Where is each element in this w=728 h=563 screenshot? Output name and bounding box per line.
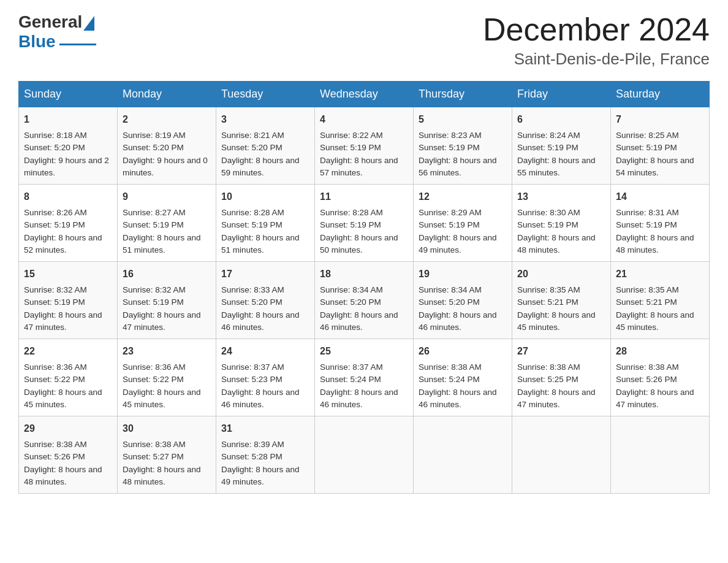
sunset-text: Sunset: 5:23 PM bbox=[221, 373, 309, 386]
daylight-text: Daylight: 8 hours and 48 minutes. bbox=[616, 232, 704, 257]
day-number: 28 bbox=[616, 344, 704, 359]
day-number: 8 bbox=[24, 190, 112, 204]
daylight-text: Daylight: 8 hours and 49 minutes. bbox=[419, 232, 507, 257]
table-row: 3Sunrise: 8:21 AMSunset: 5:20 PMDaylight… bbox=[216, 107, 315, 185]
day-number: 18 bbox=[320, 267, 408, 282]
daylight-text: Daylight: 8 hours and 45 minutes. bbox=[24, 386, 112, 412]
daylight-text: Daylight: 8 hours and 56 minutes. bbox=[419, 155, 507, 180]
sunset-text: Sunset: 5:21 PM bbox=[517, 296, 605, 308]
daylight-text: Daylight: 9 hours and 0 minutes. bbox=[123, 155, 211, 180]
sunrise-text: Sunrise: 8:39 AM bbox=[221, 439, 309, 451]
day-number: 29 bbox=[24, 421, 112, 436]
table-row bbox=[611, 416, 710, 494]
sunset-text: Sunset: 5:19 PM bbox=[320, 142, 408, 154]
col-monday: Monday bbox=[118, 82, 216, 107]
table-row: 6Sunrise: 8:24 AMSunset: 5:19 PMDaylight… bbox=[512, 107, 611, 185]
sunrise-text: Sunrise: 8:28 AM bbox=[320, 207, 408, 219]
day-number: 30 bbox=[123, 421, 211, 436]
col-wednesday: Wednesday bbox=[315, 82, 414, 107]
day-number: 23 bbox=[123, 344, 211, 359]
logo-general-text: General bbox=[18, 12, 82, 32]
table-row: 8Sunrise: 8:26 AMSunset: 5:19 PMDaylight… bbox=[19, 185, 118, 262]
sunrise-text: Sunrise: 8:19 AM bbox=[123, 129, 211, 142]
day-number: 1 bbox=[24, 112, 112, 127]
table-row bbox=[315, 416, 414, 494]
month-title: December 2024 bbox=[483, 12, 710, 47]
day-number: 9 bbox=[123, 190, 211, 204]
table-row: 1Sunrise: 8:18 AMSunset: 5:20 PMDaylight… bbox=[19, 107, 118, 185]
sunrise-text: Sunrise: 8:24 AM bbox=[517, 129, 605, 142]
sunrise-text: Sunrise: 8:38 AM bbox=[419, 361, 507, 373]
sunset-text: Sunset: 5:20 PM bbox=[221, 142, 309, 154]
sunset-text: Sunset: 5:20 PM bbox=[320, 296, 408, 308]
sunset-text: Sunset: 5:19 PM bbox=[123, 219, 211, 231]
sunset-text: Sunset: 5:19 PM bbox=[517, 219, 605, 231]
table-row: 28Sunrise: 8:38 AMSunset: 5:26 PMDayligh… bbox=[611, 339, 710, 416]
day-number: 11 bbox=[320, 190, 408, 204]
table-row: 20Sunrise: 8:35 AMSunset: 5:21 PMDayligh… bbox=[512, 262, 611, 339]
table-row: 10Sunrise: 8:28 AMSunset: 5:19 PMDayligh… bbox=[216, 185, 315, 262]
sunrise-text: Sunrise: 8:37 AM bbox=[320, 361, 408, 373]
daylight-text: Daylight: 8 hours and 59 minutes. bbox=[221, 155, 309, 180]
sunset-text: Sunset: 5:19 PM bbox=[419, 142, 507, 154]
day-number: 17 bbox=[221, 267, 309, 282]
sunrise-text: Sunrise: 8:26 AM bbox=[24, 207, 112, 219]
sunrise-text: Sunrise: 8:34 AM bbox=[419, 284, 507, 296]
sunset-text: Sunset: 5:19 PM bbox=[616, 142, 704, 154]
logo-blue-text: Blue bbox=[18, 32, 56, 51]
sunrise-text: Sunrise: 8:33 AM bbox=[221, 284, 309, 296]
sunrise-text: Sunrise: 8:35 AM bbox=[517, 284, 605, 296]
sunrise-text: Sunrise: 8:31 AM bbox=[616, 207, 704, 219]
day-number: 27 bbox=[517, 344, 605, 359]
table-row: 22Sunrise: 8:36 AMSunset: 5:22 PMDayligh… bbox=[19, 339, 118, 416]
title-area: December 2024 Saint-Denis-de-Pile, Franc… bbox=[483, 12, 710, 69]
day-number: 22 bbox=[24, 344, 112, 359]
table-row: 21Sunrise: 8:35 AMSunset: 5:21 PMDayligh… bbox=[611, 262, 710, 339]
sunrise-text: Sunrise: 8:32 AM bbox=[24, 284, 112, 296]
sunrise-text: Sunrise: 8:36 AM bbox=[123, 361, 211, 373]
sunset-text: Sunset: 5:27 PM bbox=[123, 451, 211, 463]
sunrise-text: Sunrise: 8:38 AM bbox=[123, 439, 211, 451]
table-row: 24Sunrise: 8:37 AMSunset: 5:23 PMDayligh… bbox=[216, 339, 315, 416]
daylight-text: Daylight: 8 hours and 45 minutes. bbox=[123, 386, 211, 412]
col-thursday: Thursday bbox=[414, 82, 512, 107]
table-row: 12Sunrise: 8:29 AMSunset: 5:19 PMDayligh… bbox=[414, 185, 512, 262]
table-row: 31Sunrise: 8:39 AMSunset: 5:28 PMDayligh… bbox=[216, 416, 315, 494]
page-header: General Blue December 2024 Saint-Denis-d… bbox=[18, 12, 710, 69]
sunset-text: Sunset: 5:20 PM bbox=[221, 296, 309, 308]
day-number: 7 bbox=[616, 112, 704, 127]
daylight-text: Daylight: 8 hours and 55 minutes. bbox=[517, 155, 605, 180]
calendar-week-row: 8Sunrise: 8:26 AMSunset: 5:19 PMDaylight… bbox=[19, 185, 710, 262]
sunset-text: Sunset: 5:22 PM bbox=[24, 373, 112, 386]
calendar-table: Sunday Monday Tuesday Wednesday Thursday… bbox=[18, 81, 710, 494]
table-row: 15Sunrise: 8:32 AMSunset: 5:19 PMDayligh… bbox=[19, 262, 118, 339]
col-friday: Friday bbox=[512, 82, 611, 107]
calendar-week-row: 29Sunrise: 8:38 AMSunset: 5:26 PMDayligh… bbox=[19, 416, 710, 494]
day-number: 14 bbox=[616, 190, 704, 204]
day-number: 24 bbox=[221, 344, 309, 359]
daylight-text: Daylight: 8 hours and 51 minutes. bbox=[221, 232, 309, 257]
logo-triangle-icon bbox=[83, 16, 94, 31]
table-row: 9Sunrise: 8:27 AMSunset: 5:19 PMDaylight… bbox=[118, 185, 216, 262]
sunset-text: Sunset: 5:20 PM bbox=[419, 296, 507, 308]
sunset-text: Sunset: 5:24 PM bbox=[320, 373, 408, 386]
sunset-text: Sunset: 5:26 PM bbox=[616, 373, 704, 386]
daylight-text: Daylight: 8 hours and 51 minutes. bbox=[123, 232, 211, 257]
day-number: 12 bbox=[419, 190, 507, 204]
day-number: 21 bbox=[616, 267, 704, 282]
sunrise-text: Sunrise: 8:32 AM bbox=[123, 284, 211, 296]
daylight-text: Daylight: 8 hours and 47 minutes. bbox=[123, 309, 211, 334]
table-row: 11Sunrise: 8:28 AMSunset: 5:19 PMDayligh… bbox=[315, 185, 414, 262]
day-number: 19 bbox=[419, 267, 507, 282]
daylight-text: Daylight: 8 hours and 46 minutes. bbox=[320, 309, 408, 334]
sunrise-text: Sunrise: 8:29 AM bbox=[419, 207, 507, 219]
sunrise-text: Sunrise: 8:38 AM bbox=[517, 361, 605, 373]
sunset-text: Sunset: 5:24 PM bbox=[419, 373, 507, 386]
sunset-text: Sunset: 5:19 PM bbox=[221, 219, 309, 231]
daylight-text: Daylight: 8 hours and 48 minutes. bbox=[517, 232, 605, 257]
col-saturday: Saturday bbox=[611, 82, 710, 107]
sunrise-text: Sunrise: 8:21 AM bbox=[221, 129, 309, 142]
table-row: 30Sunrise: 8:38 AMSunset: 5:27 PMDayligh… bbox=[118, 416, 216, 494]
col-sunday: Sunday bbox=[19, 82, 118, 107]
sunset-text: Sunset: 5:19 PM bbox=[320, 219, 408, 231]
